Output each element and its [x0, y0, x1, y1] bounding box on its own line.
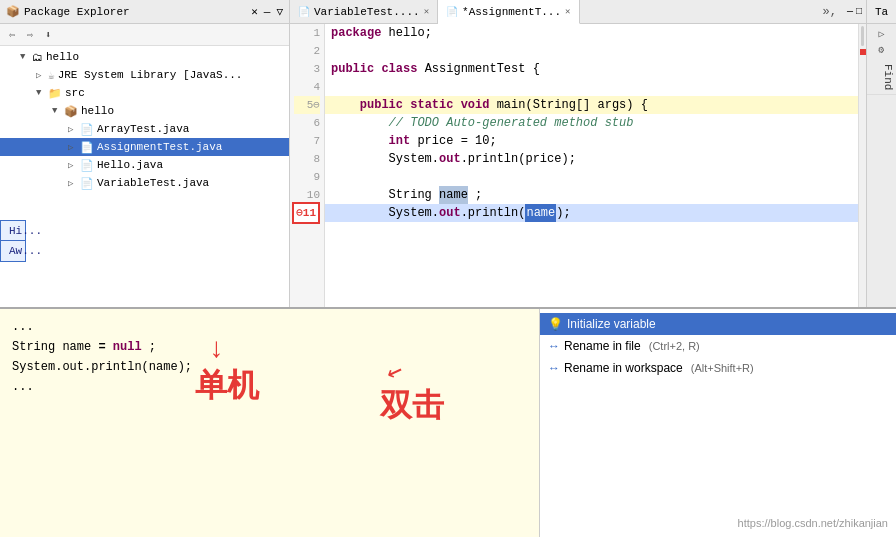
line-numbers: 1 2 3 4 5⊖ 6 7 8 9 10 ⊖11 — [290, 24, 325, 307]
code-line-8: System.out.println(price); — [325, 150, 858, 168]
code-ellipsis-bottom: ... — [12, 377, 527, 397]
find-label: Find — [882, 64, 894, 90]
java-file-icon: 📄 — [80, 123, 94, 136]
tab-assignment-test[interactable]: 📄 *AssignmentT... ✕ — [438, 0, 579, 24]
tab-variable-test[interactable]: 📄 VariableTest.... ✕ — [290, 0, 438, 23]
quick-fix-label: Rename in workspace — [564, 361, 683, 375]
tree-arrow: ▷ — [68, 124, 80, 135]
java-file-icon: 📄 — [80, 159, 94, 172]
tab-close-icon[interactable]: ✕ — [424, 6, 429, 17]
panel-title: Package Explorer — [24, 6, 247, 18]
tree-label: VariableTest.java — [97, 177, 209, 189]
right-btn-2[interactable]: ⚙ — [871, 44, 892, 56]
tree-item-jre[interactable]: ▷ ☕ JRE System Library [JavaS... — [0, 66, 289, 84]
code-println: System.out.println(name); — [12, 357, 527, 377]
tree-item-src[interactable]: ▼ 📁 src — [0, 84, 289, 102]
error-marker — [860, 49, 866, 55]
code-line-3: public class AssignmentTest { — [325, 60, 858, 78]
java-file-icon: 📄 — [80, 177, 94, 190]
line-num-3: 3 — [294, 60, 320, 78]
quick-fix-shortcut: (Alt+Shift+R) — [691, 362, 754, 374]
annotation-double: 双击 — [380, 384, 444, 428]
code-editor: 1 2 3 4 5⊖ 6 7 8 9 10 ⊖11 — [290, 24, 866, 307]
tree-arrow: ▷ — [36, 70, 48, 81]
view-menu-button[interactable]: ⬇ — [40, 27, 56, 43]
keyword: void — [461, 96, 490, 114]
tree-arrow: ▷ — [68, 160, 80, 171]
line-num-5: 5⊖ — [294, 96, 320, 114]
quick-fix-rename-workspace[interactable]: ↔ Rename in workspace (Alt+Shift+R) — [540, 357, 896, 379]
bottom-split: ... String name = null ; System.out.prin… — [0, 307, 896, 537]
code-line-11: System.out.println(name); — [325, 204, 858, 222]
tree-label: ArrayTest.java — [97, 123, 189, 135]
keyword: static — [410, 96, 453, 114]
tab-spacer — [580, 0, 817, 23]
java-file-icon: 📄 — [80, 141, 94, 154]
tree-label: Hello.java — [97, 159, 163, 171]
line-num-6: 6 — [294, 114, 320, 132]
tab-label: VariableTest.... — [314, 6, 420, 18]
tree-view: ▼ 🗂 hello ▷ ☕ JRE System Library [JavaS.… — [0, 46, 289, 307]
tree-item-hello-package[interactable]: ▼ 📦 hello — [0, 102, 289, 120]
find-bar: Find — [867, 60, 896, 95]
maximize-icon[interactable]: □ — [856, 6, 862, 17]
code-line-10: String name ; — [325, 186, 858, 204]
tree-label: JRE System Library [JavaS... — [58, 69, 243, 81]
panel-minimize-icon[interactable]: — — [264, 6, 271, 18]
tree-label: hello — [46, 51, 79, 63]
vertical-scrollbar[interactable] — [858, 24, 866, 307]
keyword: public — [331, 60, 374, 78]
tree-item-hello-java[interactable]: ▷ 📄 Hello.java — [0, 156, 289, 174]
hint-label: Hi... — [0, 220, 26, 242]
quick-fix-label: Rename in file — [564, 339, 641, 353]
quick-fix-initialize[interactable]: 💡 Initialize variable — [540, 313, 896, 335]
scrollbar-thumb[interactable] — [861, 26, 864, 46]
tab-close-icon[interactable]: ✕ — [565, 6, 570, 17]
annotation-single: 单机 — [195, 364, 259, 408]
tree-arrow: ▼ — [36, 88, 48, 98]
name-selected: name — [525, 204, 556, 222]
line-num-8: 8 — [294, 150, 320, 168]
right-panel: Ta ▷ ⚙ Find — [866, 0, 896, 307]
tree-item-hello-project[interactable]: ▼ 🗂 hello — [0, 48, 289, 66]
tree-arrow: ▷ — [68, 142, 80, 153]
tree-arrow: ▷ — [68, 178, 80, 189]
arrow-single: ↓ — [208, 334, 225, 365]
code-ellipsis-top: ... — [12, 317, 527, 337]
line-num-9: 9 — [294, 168, 320, 186]
package-explorer-panel: 📦 Package Explorer ✕ — ▽ ⇦ ⇨ ⬇ ▼ 🗂 hello — [0, 0, 290, 307]
quick-fix-rename-file[interactable]: ↔ Rename in file (Ctrl+2, R) — [540, 335, 896, 357]
tree-item-array-test[interactable]: ▷ 📄 ArrayTest.java — [0, 120, 289, 138]
right-btn-1[interactable]: ▷ — [871, 28, 892, 40]
tab-extra: », — [817, 0, 843, 23]
name-highlight: name — [439, 186, 468, 204]
quick-fix-shortcut: (Ctrl+2, R) — [649, 340, 700, 352]
panel-maximize-icon[interactable]: ▽ — [276, 5, 283, 18]
right-panel-body: ▷ ⚙ — [867, 24, 896, 60]
tree-label: src — [65, 87, 85, 99]
code-line-9 — [325, 168, 858, 186]
tree-label: AssignmentTest.java — [97, 141, 222, 153]
line-num-11: ⊖11 — [294, 204, 320, 222]
editor-area: 📄 VariableTest.... ✕ 📄 *AssignmentT... ✕… — [290, 0, 866, 307]
tree-label: hello — [81, 105, 114, 117]
code-content[interactable]: package hello; public class AssignmentTe… — [325, 24, 858, 307]
link-with-editor-button[interactable]: ⇨ — [22, 27, 38, 43]
panel-toolbar: ⇦ ⇨ ⬇ — [0, 24, 289, 46]
tree-item-assignment-test[interactable]: ▷ 📄 AssignmentTest.java — [0, 138, 289, 156]
code-line-4 — [325, 78, 858, 96]
out-keyword2: out — [439, 204, 461, 222]
right-panel-header: Ta — [867, 0, 896, 24]
line-num-7: 7 — [294, 132, 320, 150]
tree-item-variable-test[interactable]: ▷ 📄 VariableTest.java — [0, 174, 289, 192]
panel-close-icon[interactable]: ✕ — [251, 5, 258, 18]
rename-file-icon: ↔ — [548, 339, 560, 353]
minimize-icon[interactable]: — — [847, 6, 853, 17]
right-panel-label: Ta — [875, 6, 888, 18]
code-line-2 — [325, 42, 858, 60]
line-num-1: 1 — [294, 24, 320, 42]
collapse-all-button[interactable]: ⇦ — [4, 27, 20, 43]
quick-fix-panel: 💡 Initialize variable ↔ Rename in file (… — [540, 309, 896, 537]
package-explorer-icon: 📦 — [6, 5, 20, 18]
project-icon: 🗂 — [32, 51, 43, 64]
